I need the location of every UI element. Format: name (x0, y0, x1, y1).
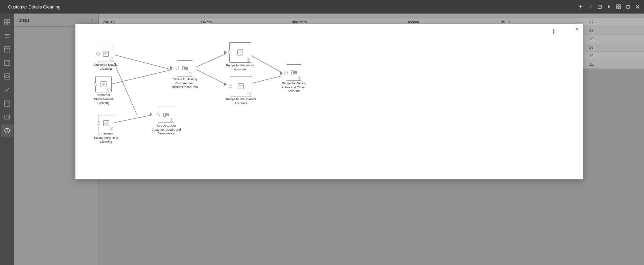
add-icon[interactable] (578, 4, 583, 9)
svg-rect-84 (163, 113, 166, 116)
svg-point-44 (7, 131, 7, 132)
sidebar (0, 14, 14, 265)
sidebar-item-8[interactable] (1, 111, 13, 123)
svg-rect-6 (617, 5, 618, 6)
flow-diagram-area: i Customer DetailsCleaning i CustomerDis… (75, 24, 583, 179)
sidebar-item-2[interactable] (1, 30, 13, 42)
flow-node-customer-details: i Customer DetailsCleaning (94, 46, 117, 71)
svg-line-34 (8, 88, 9, 89)
flow-node-join-active-closed: i Recipe for JoiningActive and ClosedAcc… (282, 64, 306, 93)
svg-rect-10 (627, 6, 629, 8)
svg-point-30 (6, 75, 8, 78)
grid-icon[interactable] (616, 4, 621, 9)
svg-rect-8 (617, 7, 618, 9)
svg-rect-16 (7, 20, 10, 22)
node-connector-2 (94, 83, 97, 86)
node-info-icon: i (110, 58, 113, 61)
trash-icon[interactable] (626, 4, 630, 9)
modal-overlay: ↑ × (14, 14, 644, 265)
node-info-icon-2: i (107, 88, 111, 91)
app-container: Customer Details Cleaning (0, 0, 644, 265)
flow-node-delinquency: i CustomerDelinquency DataCleaning (94, 115, 118, 144)
node-label-join-active-closed: Recipe for JoiningActive and ClosedAccou… (282, 82, 306, 93)
svg-rect-9 (619, 7, 621, 9)
node-label-filter-closed: Recipe to filter ClosedAccounts (226, 97, 256, 105)
node-info-icon-5: i (247, 58, 250, 62)
svg-rect-81 (291, 71, 294, 74)
svg-rect-70 (182, 67, 185, 70)
sidebar-item-5[interactable] (1, 70, 13, 83)
flow-node-join-customer: i Recipe for JoiningCustomer andDisburse… (172, 60, 198, 89)
svg-line-31 (5, 90, 6, 92)
svg-rect-35 (4, 101, 10, 106)
close-icon[interactable] (635, 4, 640, 9)
node-label-filter-active: Recipe to filter ActiveAccounts (226, 64, 254, 71)
node-info-icon-7: i (298, 76, 301, 80)
svg-rect-12 (627, 5, 629, 6)
node-info-icon-8: i (170, 118, 173, 122)
node-label-join-delinquency: Recipe to JoinCustomer Details andDelinq… (152, 124, 181, 136)
modal-close-button[interactable]: × (576, 26, 579, 32)
svg-rect-39 (5, 115, 9, 119)
node-connector-7 (284, 71, 288, 74)
toolbar-icons (578, 4, 640, 9)
sidebar-item-6[interactable] (1, 84, 13, 96)
svg-rect-4 (599, 5, 601, 6)
node-info-icon-4: i (189, 72, 192, 75)
node-box-delinquency[interactable]: i (98, 115, 114, 131)
svg-rect-17 (4, 23, 7, 25)
sidebar-item-7[interactable] (1, 97, 13, 110)
svg-line-2 (591, 5, 592, 6)
flow-diagram-modal: ↑ × (75, 24, 583, 179)
edit-icon[interactable] (588, 4, 593, 9)
node-label-join-customer: Recipe for JoiningCustomer andDisburseme… (172, 78, 198, 89)
svg-rect-29 (4, 74, 10, 79)
node-box-filter-active[interactable]: i (229, 42, 251, 63)
sidebar-item-1[interactable] (1, 16, 13, 28)
node-box-join-customer[interactable]: i (177, 60, 193, 76)
node-box-filter-closed[interactable]: i (230, 76, 252, 96)
node-box-join-active-closed[interactable]: i (286, 64, 302, 81)
node-info-icon-3: i (110, 127, 113, 130)
node-box-join-delinquency[interactable]: i (158, 107, 174, 123)
svg-line-45 (110, 54, 172, 70)
svg-line-46 (110, 70, 172, 84)
node-box-disbursement[interactable]: i (95, 76, 112, 92)
sidebar-item-3[interactable] (1, 43, 13, 56)
play-icon[interactable] (607, 4, 612, 9)
node-connector-8 (157, 113, 160, 116)
top-toolbar: Customer Details Cleaning (0, 0, 644, 14)
svg-rect-7 (619, 5, 621, 6)
flow-node-filter-active: i Recipe to filter ActiveAccounts (226, 42, 254, 71)
node-label-disbursement: CustomerDisbursementCleaning (94, 93, 113, 105)
red-arrow-indicator: ↑ (552, 26, 556, 36)
node-label-customer-details: Customer DetailsCleaning (94, 63, 117, 71)
toolbar-title: Customer Details Cleaning (8, 4, 61, 9)
svg-line-47 (197, 54, 226, 67)
svg-rect-15 (4, 20, 7, 22)
svg-rect-18 (7, 23, 10, 25)
node-connector-4 (176, 67, 179, 70)
node-connector-3 (97, 122, 100, 125)
flow-node-join-delinquency: i Recipe to JoinCustomer Details andDeli… (152, 107, 181, 136)
sidebar-item-4[interactable] (1, 57, 13, 69)
svg-marker-5 (608, 5, 611, 8)
node-connector (96, 52, 100, 56)
node-label-delinquency: CustomerDelinquency DataCleaning (94, 132, 118, 144)
flow-connections-svg (75, 24, 583, 179)
node-connector-5 (228, 51, 231, 54)
node-info-icon-6: i (248, 92, 251, 95)
save-icon[interactable] (597, 4, 602, 9)
node-connector-6 (229, 85, 232, 88)
flow-node-disbursement: i CustomerDisbursementCleaning (94, 76, 113, 105)
svg-line-48 (197, 70, 226, 84)
svg-line-33 (7, 88, 8, 91)
main-content: Steps + 786101DikomDibrugar (14, 14, 644, 265)
node-box-customer-details[interactable]: i (98, 46, 114, 62)
flow-node-filter-closed: i Recipe to filter ClosedAccounts (226, 76, 256, 105)
sidebar-item-9[interactable] (1, 125, 13, 137)
